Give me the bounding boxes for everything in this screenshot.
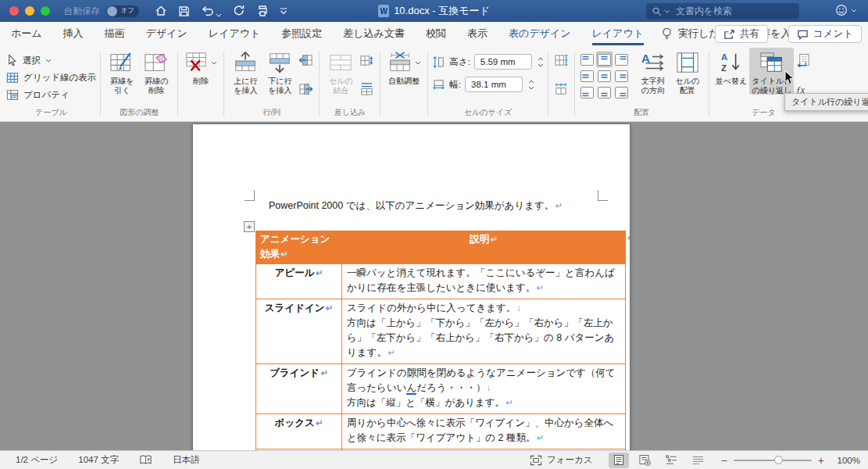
- distribute-columns-icon[interactable]: [554, 82, 569, 96]
- zoom-in-button[interactable]: +: [818, 454, 824, 467]
- share-button[interactable]: 共有: [715, 25, 768, 43]
- description-line: 一瞬パッと消えて現れます。「ここにいるぞー」と言わんばかりに存在を主張したいとき…: [347, 266, 620, 295]
- insert-column-left-icon[interactable]: [298, 53, 313, 67]
- tab-参照設定[interactable]: 参照設定: [281, 22, 322, 45]
- insert-row-below-button[interactable]: 下に行 を挿入: [263, 48, 297, 95]
- effect-name-cell[interactable]: スライドイン↵: [256, 299, 342, 364]
- align-center-left-button[interactable]: [579, 68, 595, 84]
- align-bottom-left-button[interactable]: [579, 84, 595, 100]
- effect-name-cell[interactable]: ブラインド↵: [256, 364, 342, 414]
- ribbon-tab-row: ホーム挿入描画デザインレイアウト参照設定差し込み文書校閲表示表のデザインレイアウ…: [0, 22, 868, 45]
- effect-name-cell[interactable]: ボックス↵: [256, 414, 342, 449]
- close-window-button[interactable]: [9, 6, 19, 16]
- align-center-center-button[interactable]: [596, 68, 613, 84]
- align-top-center-button[interactable]: [596, 52, 613, 67]
- split-table-icon[interactable]: [359, 82, 374, 96]
- insert-row-above-button[interactable]: 上に行 を挿入: [228, 48, 263, 95]
- delete-table-button[interactable]: 削除: [182, 48, 220, 86]
- feedback-control[interactable]: [835, 4, 857, 16]
- effect-description-cell[interactable]: 一瞬パッと消えて現れます。「ここにいるぞー」と言わんばかりに存在を主張したいとき…: [342, 264, 626, 299]
- select-button[interactable]: 選択: [6, 52, 96, 69]
- row-height-input[interactable]: 5.59 mm: [474, 54, 532, 70]
- table-properties-button[interactable]: プロパティ: [6, 86, 96, 103]
- status-bar: 1/2 ページ 1047 文字 日本語 フォーカス − + 100%: [0, 450, 868, 469]
- chevron-up-icon[interactable]: [538, 57, 544, 61]
- tab-表のデザイン[interactable]: 表のデザイン: [509, 22, 571, 45]
- intro-paragraph[interactable]: PowerPoint 2000 では、以下のアニメーション効果があります。↵: [269, 199, 563, 213]
- effect-description-cell[interactable]: 周りから中心へ徐々に表示「ワイプイン」、中心から全体へと徐々に表示「ワイプアウト…: [342, 414, 626, 449]
- eraser-button[interactable]: 罫線の 削除: [139, 48, 173, 95]
- zoom-level[interactable]: 100%: [834, 456, 860, 465]
- page-count[interactable]: 1/2 ページ: [16, 454, 58, 466]
- language-indicator[interactable]: 日本語: [173, 454, 200, 466]
- outline-view-button[interactable]: [662, 453, 682, 468]
- word-count[interactable]: 1047 文字: [78, 454, 119, 466]
- column-width-stepper[interactable]: [527, 80, 534, 90]
- document-page[interactable]: PowerPoint 2000 では、以下のアニメーション効果があります。↵ +…: [193, 124, 630, 450]
- ribbon-tabs: ホーム挿入描画デザインレイアウト参照設定差し込み文書校閲表示表のデザインレイアウ…: [11, 22, 644, 45]
- column-width-label: 幅:: [449, 79, 461, 91]
- chevron-down-icon[interactable]: [538, 63, 544, 67]
- line-break-mark: ↓: [486, 383, 491, 392]
- print-icon[interactable]: [256, 5, 269, 17]
- text-direction-button[interactable]: A 文字列 の方向: [636, 48, 670, 95]
- zoom-window-button[interactable]: [41, 6, 50, 16]
- focus-label[interactable]: フォーカス: [547, 454, 593, 466]
- zoom-slider[interactable]: [734, 460, 812, 461]
- align-top-left-button[interactable]: [579, 52, 595, 67]
- undo-dropdown-icon[interactable]: [216, 13, 222, 17]
- save-icon[interactable]: [178, 5, 190, 17]
- customize-qat-icon[interactable]: [280, 8, 288, 15]
- tab-デザイン[interactable]: デザイン: [146, 22, 188, 45]
- insert-column-right-icon[interactable]: [298, 82, 313, 96]
- view-gridlines-button[interactable]: グリッド線の表示: [6, 69, 96, 86]
- proofing-status-icon[interactable]: [139, 454, 152, 466]
- tab-ホーム[interactable]: ホーム: [11, 22, 42, 45]
- effect-description-cell[interactable]: スライドの外から中に入ってきます。↓方向は「上から」「下から」「左から」「右から…: [342, 299, 626, 364]
- tab-表示[interactable]: 表示: [467, 22, 488, 45]
- tab-描画[interactable]: 描画: [105, 22, 125, 45]
- effect-description-cell[interactable]: ブラインドの隙間を閉めるようなアニメーションです（何て言ったらいいんだろう・・・…: [342, 364, 626, 414]
- header-cell-description[interactable]: 説明↵: [342, 231, 626, 264]
- distribute-rows-icon[interactable]: [554, 53, 569, 67]
- search-field[interactable]: 文書内を検索: [646, 3, 799, 19]
- tab-挿入[interactable]: 挿入: [63, 22, 84, 45]
- zoom-slider-thumb[interactable]: [774, 456, 783, 464]
- split-cells-icon[interactable]: [359, 53, 374, 67]
- convert-table-to-text-icon[interactable]: [795, 53, 811, 68]
- align-top-right-button[interactable]: [613, 52, 630, 67]
- comments-button[interactable]: コメント: [788, 25, 862, 43]
- web-layout-view-button[interactable]: [635, 453, 655, 468]
- minimize-window-button[interactable]: [25, 6, 34, 16]
- redo-icon[interactable]: [233, 5, 245, 17]
- undo-icon[interactable]: [201, 5, 214, 17]
- column-width-input[interactable]: 38.1 mm: [465, 77, 523, 92]
- animation-effects-table[interactable]: アニメーション効果↵説明↵アピール↵一瞬パッと消えて現れます。「ここにいるぞー」…: [255, 231, 626, 450]
- align-bottom-center-button[interactable]: [596, 84, 613, 100]
- autofit-button[interactable]: 自動調整: [384, 48, 423, 86]
- tab-校閲[interactable]: 校閲: [426, 22, 446, 45]
- document-area[interactable]: PowerPoint 2000 では、以下のアニメーション効果があります。↵ +…: [0, 123, 868, 450]
- sort-button[interactable]: AZ 並べ替え: [713, 48, 749, 86]
- chevron-down-icon[interactable]: [528, 86, 534, 90]
- autosave-toggle[interactable]: オフ: [106, 5, 139, 17]
- header-cell-effect[interactable]: アニメーション効果↵: [256, 231, 342, 264]
- table-move-handle[interactable]: +: [244, 221, 255, 232]
- tab-差し込み文書[interactable]: 差し込み文書: [343, 22, 405, 45]
- tab-レイアウト[interactable]: レイアウト: [209, 22, 261, 45]
- titlebar: 自動保存 オフ W 10.docx - 互換モード 文書内を検索: [0, 0, 868, 22]
- effect-name-cell[interactable]: アピール↵: [256, 264, 342, 299]
- search-dropdown-icon[interactable]: [664, 9, 670, 13]
- home-icon[interactable]: [155, 5, 167, 17]
- chevron-up-icon[interactable]: [528, 80, 534, 84]
- align-bottom-right-button[interactable]: [613, 84, 630, 100]
- draw-table-button[interactable]: 罫線を 引く: [105, 48, 139, 95]
- zoom-out-button[interactable]: −: [721, 454, 727, 467]
- tab-レイアウト[interactable]: レイアウト: [592, 22, 645, 45]
- group-label-alignment: 配置: [579, 107, 705, 121]
- print-layout-view-button[interactable]: [609, 453, 629, 468]
- align-center-right-button[interactable]: [613, 68, 630, 84]
- cell-margins-button[interactable]: セルの 配置: [670, 48, 705, 95]
- draft-view-button[interactable]: [688, 453, 709, 468]
- row-height-stepper[interactable]: [536, 57, 544, 67]
